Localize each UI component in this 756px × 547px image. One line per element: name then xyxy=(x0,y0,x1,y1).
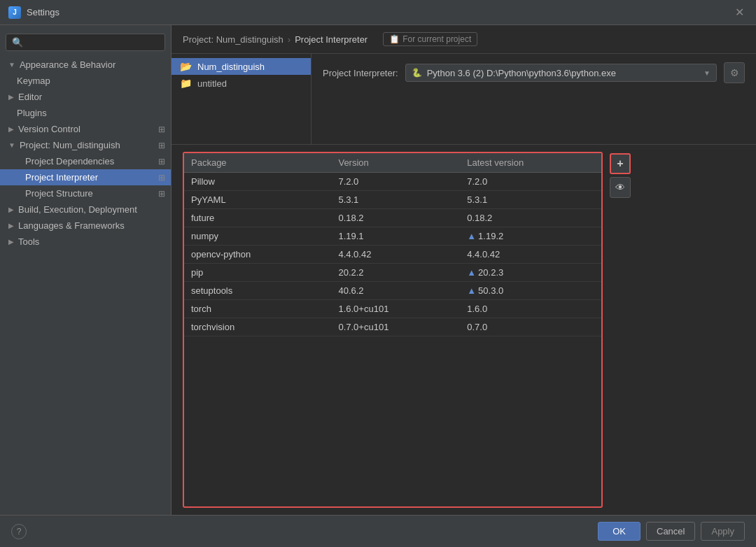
app-icon: J xyxy=(8,6,21,19)
help-icon: ? xyxy=(17,527,22,537)
cancel-button[interactable]: Cancel xyxy=(646,522,695,541)
sidebar-item-label: Project Interpreter xyxy=(25,172,98,183)
table-row[interactable]: setuptools40.6.2▲50.3.0 xyxy=(184,282,601,300)
sidebar-item-languages[interactable]: ▶ Languages & Frameworks xyxy=(0,218,171,234)
vcs-icon: ⊞ xyxy=(158,125,165,134)
column-package: Package xyxy=(184,153,331,173)
bottom-bar: ? OK Cancel Apply xyxy=(0,515,756,547)
plus-icon: + xyxy=(617,157,623,170)
dep-icon: ⊞ xyxy=(158,157,165,166)
main-layout: ▼ Appearance & Behavior Keymap ▶ Editor … xyxy=(0,25,756,515)
package-latest-version: 0.7.0 xyxy=(460,318,601,336)
column-latest-version: Latest version xyxy=(460,153,601,173)
sidebar: ▼ Appearance & Behavior Keymap ▶ Editor … xyxy=(0,25,172,515)
sidebar-item-label: Version Control xyxy=(18,124,80,134)
table-row[interactable]: opencv-python4.4.0.424.4.0.42 xyxy=(184,246,601,264)
arrow-icon: ▶ xyxy=(8,238,14,246)
sidebar-item-build[interactable]: ▶ Build, Execution, Deployment xyxy=(0,201,171,218)
arrow-icon: ▶ xyxy=(8,93,14,101)
package-name: pip xyxy=(184,264,331,282)
package-name: opencv-python xyxy=(184,246,331,264)
table-row[interactable]: numpy1.19.1▲1.19.2 xyxy=(184,227,601,246)
interpreter-selector-area: Project Interpreter: 🐍 Python 3.6 (2) D:… xyxy=(312,54,756,144)
sidebar-item-label: Tools xyxy=(18,236,39,247)
sidebar-item-appearance[interactable]: ▼ Appearance & Behavior xyxy=(0,57,171,73)
project-tree-untitled[interactable]: 📁 untitled xyxy=(172,75,311,92)
for-current-project-badge[interactable]: 📋 For current project xyxy=(383,32,477,46)
package-name: setuptools xyxy=(184,282,331,300)
sidebar-item-label: Languages & Frameworks xyxy=(18,220,125,231)
package-latest-version: 7.2.0 xyxy=(460,173,601,191)
upgrade-arrow-icon: ▲ xyxy=(467,285,476,296)
python-icon: 🐍 xyxy=(412,67,423,78)
eye-button[interactable]: 👁 xyxy=(610,177,631,198)
for-current-project-label: For current project xyxy=(402,34,471,44)
breadcrumb: Project: Num_distinguish › Project Inter… xyxy=(172,25,756,54)
package-latest-version: 4.4.0.42 xyxy=(460,246,601,264)
table-row[interactable]: torch1.6.0+cu1011.6.0 xyxy=(184,300,601,318)
arrow-icon: ▶ xyxy=(8,125,14,133)
package-latest-version: 5.3.1 xyxy=(460,191,601,209)
interp-icon: ⊞ xyxy=(158,173,165,183)
table-row[interactable]: future0.18.20.18.2 xyxy=(184,209,601,227)
ok-button[interactable]: OK xyxy=(598,522,640,541)
sidebar-item-project-interpreter[interactable]: Project Interpreter ⊞ xyxy=(0,169,171,185)
sidebar-item-project-dependencies[interactable]: Project Dependencies ⊞ xyxy=(0,153,171,169)
package-version: 4.4.0.42 xyxy=(331,246,460,264)
package-latest-version: 0.18.2 xyxy=(460,209,601,227)
breadcrumb-project: Project: Num_distinguish xyxy=(183,34,284,45)
table-actions: + 👁 xyxy=(610,152,631,508)
search-input[interactable] xyxy=(6,34,165,51)
sidebar-item-project-structure[interactable]: Project Structure ⊞ xyxy=(0,185,171,201)
arrow-icon: ▼ xyxy=(8,61,15,69)
packages-table-wrapper: Package Version Latest version Pillow7.2… xyxy=(183,152,603,508)
project-settings-icon: ⊞ xyxy=(158,141,165,150)
add-package-button[interactable]: + xyxy=(610,153,631,174)
table-row[interactable]: PyYAML5.3.15.3.1 xyxy=(184,191,601,209)
dropdown-arrow-icon: ▼ xyxy=(704,69,710,77)
bottom-left: ? xyxy=(11,524,27,539)
package-latest-version: 1.6.0 xyxy=(460,300,601,318)
gear-button[interactable]: ⚙ xyxy=(724,62,745,83)
sidebar-item-label: Keymap xyxy=(17,76,50,86)
upgrade-arrow-icon: ▲ xyxy=(467,231,476,241)
folder-icon: 📂 xyxy=(180,61,192,72)
package-latest-version: ▲1.19.2 xyxy=(460,227,601,246)
sidebar-item-tools[interactable]: ▶ Tools xyxy=(0,234,171,250)
package-version: 1.6.0+cu101 xyxy=(331,300,460,318)
arrow-icon: ▼ xyxy=(8,141,15,149)
project-name: Num_distinguish xyxy=(197,62,265,72)
sidebar-item-label: Project Structure xyxy=(25,188,93,199)
table-row[interactable]: pip20.2.2▲20.2.3 xyxy=(184,264,601,282)
title-bar: J Settings ✕ xyxy=(0,0,756,25)
sidebar-item-plugins[interactable]: Plugins xyxy=(0,105,171,121)
table-row[interactable]: Pillow7.2.07.2.0 xyxy=(184,173,601,191)
interpreter-value: Python 3.6 (2) D:\Python\python3.6\pytho… xyxy=(427,68,699,78)
package-version: 40.6.2 xyxy=(331,282,460,300)
folder-icon: 📁 xyxy=(180,78,192,89)
sidebar-item-project[interactable]: ▼ Project: Num_distinguish ⊞ xyxy=(0,137,171,153)
sidebar-item-editor[interactable]: ▶ Editor xyxy=(0,89,171,105)
help-button[interactable]: ? xyxy=(11,524,27,539)
interpreter-dropdown[interactable]: 🐍 Python 3.6 (2) D:\Python\python3.6\pyt… xyxy=(405,64,717,82)
close-button[interactable]: ✕ xyxy=(731,4,748,21)
sidebar-item-label: Build, Execution, Deployment xyxy=(18,204,137,215)
sidebar-item-keymap[interactable]: Keymap xyxy=(0,73,171,89)
column-version: Version xyxy=(331,153,460,173)
breadcrumb-separator: › xyxy=(288,34,290,45)
breadcrumb-current: Project Interpreter xyxy=(295,34,368,45)
sidebar-item-label: Editor xyxy=(18,92,42,102)
package-name: numpy xyxy=(184,227,331,246)
project-tree-num-distinguish[interactable]: 📂 Num_distinguish xyxy=(172,58,311,75)
table-row[interactable]: torchvision0.7.0+cu1010.7.0 xyxy=(184,318,601,336)
untitled-name: untitled xyxy=(197,78,227,89)
upgrade-arrow-icon: ▲ xyxy=(467,267,476,278)
sidebar-item-label: Appearance & Behavior xyxy=(20,59,115,70)
sidebar-item-label: Project: Num_distinguish xyxy=(20,140,120,150)
package-version: 0.7.0+cu101 xyxy=(331,318,460,336)
sidebar-item-version-control[interactable]: ▶ Version Control ⊞ xyxy=(0,121,171,137)
gear-icon: ⚙ xyxy=(730,67,739,78)
apply-button[interactable]: Apply xyxy=(701,522,745,541)
bottom-right: OK Cancel Apply xyxy=(598,522,745,541)
content-area: Project: Num_distinguish › Project Inter… xyxy=(172,25,756,515)
